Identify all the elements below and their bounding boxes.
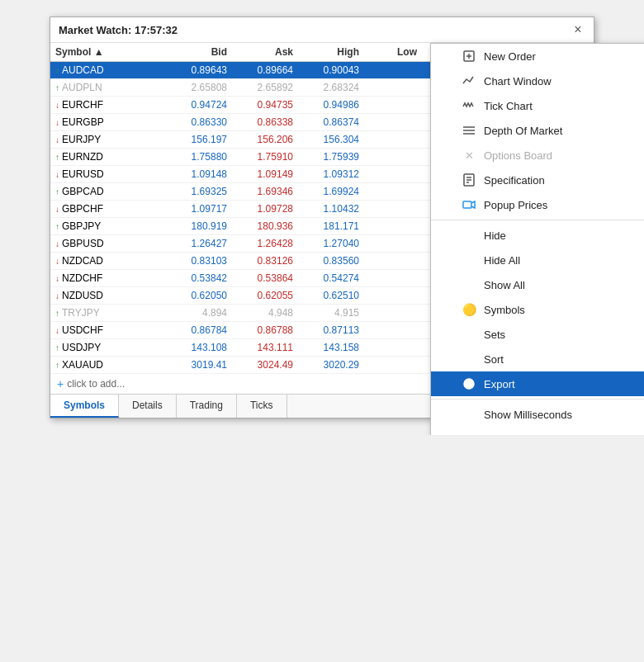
cell-ask: 1.69346	[232, 183, 298, 200]
cell-symbol: ↑ GBPCAD	[50, 183, 166, 200]
cell-high: 156.304	[298, 131, 364, 148]
arrow-icon: ↑	[55, 361, 59, 370]
cell-symbol: ↑ EURNZD	[50, 149, 166, 165]
menu-item-options-board: ✕ Options Board	[431, 143, 644, 168]
cell-high: 1.10432	[298, 201, 364, 217]
tab-ticks[interactable]: Ticks	[237, 395, 287, 418]
arrow-icon: ↓	[55, 205, 59, 214]
cell-bid: 2.65808	[166, 79, 232, 96]
close-button[interactable]: ×	[571, 22, 585, 37]
menu-item-show-ms[interactable]: Show Milliseconds	[431, 402, 644, 427]
cell-high: 1.09312	[298, 166, 364, 182]
menu-icon-popup-prices	[461, 196, 477, 213]
menu-icon-depth-market	[461, 122, 477, 139]
cell-symbol: ↓ NZDCHF	[50, 270, 166, 286]
cell-symbol: ↓ EURUSD	[50, 166, 166, 182]
arrow-icon: ↑	[55, 343, 59, 352]
cell-bid: 0.89643	[166, 62, 232, 78]
symbol-label: GBPJPY	[62, 220, 101, 232]
cell-low	[364, 339, 422, 356]
cell-symbol: ↓ NZDCAD	[50, 253, 166, 269]
tab-trading[interactable]: Trading	[177, 395, 237, 418]
cell-ask: 180.936	[232, 218, 298, 234]
cell-bid: 1.75880	[166, 149, 232, 165]
menu-item-depth-market[interactable]: Depth Of Market Alt+B	[431, 118, 644, 143]
col-high: High	[298, 43, 364, 61]
menu-label: Show Milliseconds	[484, 409, 644, 421]
menu-item-tick-chart[interactable]: Tick Chart	[431, 93, 644, 118]
cell-symbol: ↑ AUDPLN	[50, 79, 166, 96]
cell-low	[364, 183, 422, 200]
tab-details[interactable]: Details	[119, 395, 177, 418]
cell-high: 0.94986	[298, 97, 364, 113]
cell-ask: 143.111	[232, 339, 298, 356]
cell-symbol: ↓ USDCHF	[50, 322, 166, 338]
menu-item-show-all[interactable]: Show All	[431, 272, 644, 297]
menu-label: Hide	[484, 229, 644, 242]
cell-high: 0.54274	[298, 270, 364, 286]
cell-ask: 0.89664	[232, 62, 298, 78]
cell-ask: 0.94735	[232, 97, 298, 113]
cell-low	[364, 218, 422, 234]
symbol-label: NZDCAD	[62, 255, 103, 267]
arrow-icon: ↑	[55, 153, 59, 162]
cell-ask: 0.53864	[232, 270, 298, 286]
menu-label: Symbols	[484, 304, 644, 316]
cell-low	[364, 322, 422, 338]
menu-icon-empty	[461, 326, 477, 343]
cell-low	[364, 287, 422, 304]
menu-separator	[431, 399, 644, 400]
menu-item-hide-all[interactable]: Hide All	[431, 248, 644, 272]
arrow-icon: ↑	[55, 66, 59, 75]
menu-item-chart-window[interactable]: Chart Window	[431, 69, 644, 93]
cell-low	[364, 305, 422, 321]
cell-bid: 0.62050	[166, 287, 232, 304]
symbol-label: GBPCHF	[62, 203, 103, 215]
context-menu: New Order Chart Window Tick Chart Depth …	[430, 43, 644, 435]
cell-low	[364, 253, 422, 269]
cell-ask: 0.86788	[232, 322, 298, 338]
arrow-icon: ↓	[55, 170, 59, 179]
menu-icon-symbols: 🟡	[461, 301, 477, 318]
menu-label: Specification	[484, 174, 644, 187]
cell-bid: 1.69325	[166, 183, 232, 200]
menu-item-popup-prices[interactable]: Popup Prices F10	[431, 192, 644, 217]
cell-bid: 180.919	[166, 218, 232, 234]
menu-item-sets[interactable]: Sets ▶	[431, 322, 644, 347]
cell-bid: 3019.41	[166, 357, 232, 373]
symbol-label: AUDPLN	[62, 82, 102, 93]
cell-bid: 0.83103	[166, 253, 232, 269]
cell-low	[364, 270, 422, 286]
menu-icon-new-order	[461, 48, 477, 64]
cell-high: 2.68324	[298, 79, 364, 96]
symbol-label: AUDCAD	[62, 64, 104, 76]
cell-ask: 1.09728	[232, 201, 298, 217]
col-ask: Ask	[232, 43, 298, 61]
cell-ask: 4.948	[232, 305, 298, 321]
menu-label: Chart Window	[484, 75, 644, 87]
arrow-icon: ↑	[55, 83, 59, 92]
cell-bid: 1.26427	[166, 235, 232, 252]
menu-item-auto-remove[interactable]: ✓ Auto Remove Expired	[431, 427, 644, 435]
cell-symbol: ↓ EURCHF	[50, 97, 166, 113]
cell-symbol: ↓ GBPUSD	[50, 235, 166, 252]
cell-bid: 0.94724	[166, 97, 232, 113]
cell-ask: 0.86338	[232, 114, 298, 130]
menu-item-symbols[interactable]: 🟡 Symbols Ctrl+U	[431, 297, 644, 322]
menu-item-specification[interactable]: Specification	[431, 168, 644, 192]
menu-item-hide[interactable]: Hide Delete	[431, 223, 644, 248]
cell-high: 0.90043	[298, 62, 364, 78]
symbol-label: GBPUSD	[62, 238, 104, 249]
menu-item-export[interactable]: Export	[431, 371, 644, 396]
menu-item-new-order[interactable]: New Order	[431, 44, 644, 69]
symbol-label: EURUSD	[62, 168, 104, 180]
cell-high: 0.62510	[298, 287, 364, 304]
cell-bid: 0.86784	[166, 322, 232, 338]
arrow-icon: ↓	[55, 101, 59, 110]
tab-symbols[interactable]: Symbols	[50, 395, 119, 418]
cell-high: 181.171	[298, 218, 364, 234]
col-low: Low	[364, 43, 422, 61]
cell-ask: 156.206	[232, 131, 298, 148]
cell-bid: 156.197	[166, 131, 232, 148]
menu-item-sort[interactable]: Sort ▶	[431, 347, 644, 371]
